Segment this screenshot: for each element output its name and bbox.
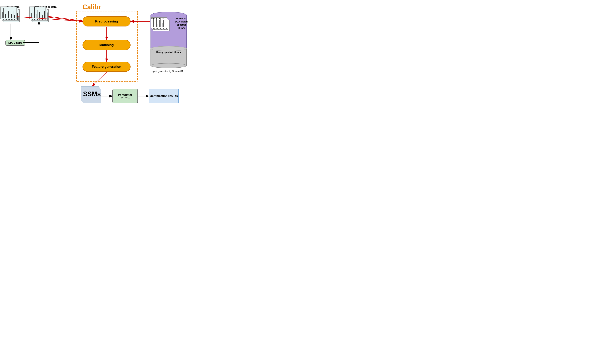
dia-spectrum-1 bbox=[0, 7, 17, 19]
sptxt-label: sptxt generated by SpectraST bbox=[149, 70, 187, 73]
results-box: Identification results bbox=[149, 89, 179, 103]
fdr-label: FDR < 0.01 bbox=[120, 97, 130, 99]
matching-button: Matching bbox=[83, 40, 131, 50]
lib-public-label: Public or DDA-based spectral library bbox=[174, 17, 189, 30]
lib-decoy-label: Decoy spectral library bbox=[152, 51, 185, 53]
arrow-spectra-to-prep bbox=[17, 17, 82, 21]
y6-front-label: y6 bbox=[153, 18, 154, 19]
dia-umpire-box: DIA-Umpire bbox=[5, 40, 25, 46]
arrow-umpire-to-pseudo bbox=[23, 22, 39, 42]
lib-bottom-ellipse bbox=[151, 63, 187, 68]
percolator-box: Percolator FDR < 0.01 bbox=[113, 89, 138, 103]
calibr-title: Calibr bbox=[83, 3, 101, 11]
ssm-label: SSMs bbox=[83, 90, 101, 98]
percolator-label: Percolator bbox=[118, 93, 132, 97]
b2-front-label: b2 bbox=[151, 18, 153, 19]
preprocessing-button: Preprocessing bbox=[83, 16, 131, 26]
lib-spectrum-1: b2 y6 y5 b7 y10 bbox=[151, 17, 167, 28]
diagram: DIA spectra Pseudo MS2 spectra bbox=[0, 0, 218, 130]
b7-front-label: b7 bbox=[159, 18, 160, 19]
feature-generation-button: Feature generation bbox=[83, 62, 131, 72]
pseudo-spectrum-1 bbox=[29, 7, 46, 19]
y10-front-label: y10 bbox=[162, 18, 164, 19]
y5-front-label: y5 bbox=[156, 18, 157, 19]
lib-separator-ellipse bbox=[151, 46, 187, 51]
